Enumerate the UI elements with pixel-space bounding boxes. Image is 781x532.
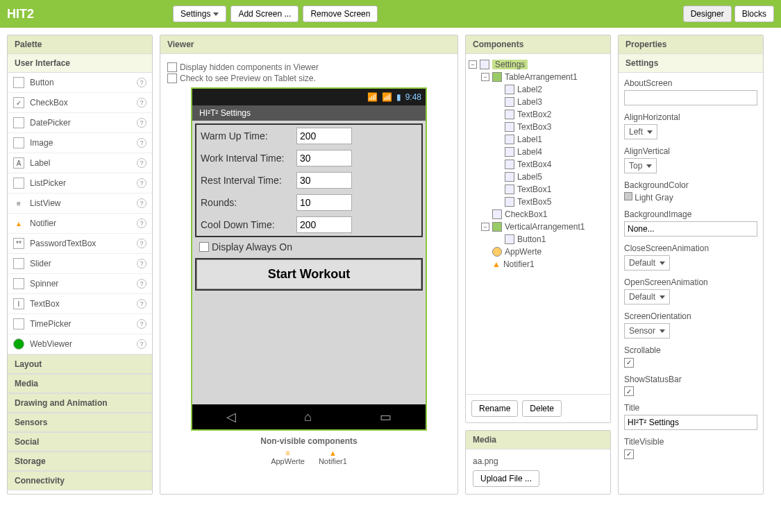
settings-dropdown[interactable]: Settings [173,6,226,22]
palette-item[interactable]: ListPicker? [8,173,152,194]
palette-item[interactable]: ALabel? [8,153,152,173]
palette-category[interactable]: Media [8,374,152,393]
palette-category[interactable]: Storage [8,452,152,471]
collapse-icon[interactable]: − [481,223,489,231]
palette-category[interactable]: Connectivity [8,471,152,490]
help-icon[interactable]: ? [137,339,146,349]
palette-item[interactable]: ▲Notifier? [8,214,152,234]
bgcolor-select[interactable]: Light Gray [624,192,757,203]
tree-node[interactable]: Label2 [469,83,607,96]
palette-item[interactable]: TimePicker? [8,314,152,334]
add-screen-button[interactable]: Add Screen ... [230,6,299,22]
tablet-preview-check[interactable]: Check to see Preview on Tablet size. [167,74,451,83]
tree-node[interactable]: TextBox4 [469,158,607,171]
recent-icon[interactable]: ▭ [380,409,392,424]
orientation-select[interactable]: Sensor [624,323,670,338]
openanim-select[interactable]: Default [624,289,670,304]
scrollable-check[interactable]: ✓ [624,358,634,368]
home-icon[interactable]: ⌂ [304,410,312,424]
tree-node[interactable]: TextBox1 [469,183,607,196]
clock: 9:48 [405,92,421,102]
palette-item[interactable]: ≡ListView? [8,194,152,214]
palette-item[interactable]: WebViewer? [8,334,152,354]
tree-node[interactable]: Button1 [469,233,607,246]
tree-node[interactable]: TextBox5 [469,196,607,208]
palette-item[interactable]: Image? [8,133,152,153]
alignvertical-select[interactable]: Top [624,158,657,173]
rounds-input[interactable] [296,194,352,211]
closeanim-select[interactable]: Default [624,255,670,271]
table-icon [492,72,502,82]
aboutscreen-input[interactable] [624,90,757,105]
collapse-icon[interactable]: − [481,73,489,81]
tree-node[interactable]: Label4 [469,146,607,158]
collapse-icon[interactable]: − [469,60,477,69]
palette-active-category[interactable]: User Interface [8,54,152,73]
help-icon[interactable]: ? [137,98,146,108]
help-icon[interactable]: ? [137,198,146,208]
help-icon[interactable]: ? [137,218,146,228]
start-workout-button[interactable]: Start Workout [196,259,421,289]
tree-node[interactable]: CheckBox1 [469,208,607,221]
help-icon[interactable]: ? [137,78,146,87]
help-icon[interactable]: ? [137,158,146,168]
remove-screen-button[interactable]: Remove Screen [303,6,378,22]
help-icon[interactable]: ? [137,279,146,289]
cooldown-input[interactable] [296,216,352,233]
tree-node[interactable]: Label1 [469,133,607,146]
palette-item[interactable]: **PasswordTextBox? [8,234,152,254]
title-input[interactable] [624,415,757,430]
palette-item[interactable]: ✓CheckBox? [8,93,152,113]
palette-category[interactable]: Social [8,432,152,452]
help-icon[interactable]: ? [137,178,146,188]
warmup-input[interactable] [296,128,352,144]
textbox-icon [505,197,514,207]
media-panel: Media aa.png Upload File ... [465,430,611,495]
palette-category[interactable]: Layout [8,354,152,374]
table-arrangement[interactable]: Warm Up Time: Work Interval Time: Rest I… [195,123,423,237]
nonvisible-item[interactable]: ▲Notifier1 [319,449,347,465]
work-input[interactable] [296,150,352,166]
alignhorizontal-select[interactable]: Left [624,124,657,139]
tree-node[interactable]: Label5 [469,171,607,183]
help-icon[interactable]: ? [137,239,146,248]
help-icon[interactable]: ? [137,118,146,128]
tree-node-root[interactable]: −Settings [469,58,607,71]
blocks-tab[interactable]: Blocks [734,6,774,22]
tree-node[interactable]: TextBox2 [469,108,607,121]
tree-node[interactable]: AppWerte [469,246,607,258]
hidden-components-check[interactable]: Display hidden components in Viewer [167,62,451,72]
palette-item[interactable]: Spinner? [8,274,152,294]
palette-category[interactable]: Sensors [8,413,152,432]
palette-item[interactable]: DatePicker? [8,113,152,133]
palette-category[interactable]: Drawing and Animation [8,393,152,413]
display-always-check[interactable]: Display Always On [195,237,423,257]
vertical-arrangement[interactable]: Start Workout [195,258,423,291]
tree-node[interactable]: TextBox3 [469,121,607,133]
rename-button[interactable]: Rename [471,400,518,417]
help-icon[interactable]: ? [137,319,146,329]
upload-file-button[interactable]: Upload File ... [473,470,539,487]
help-icon[interactable]: ? [137,299,146,309]
back-icon[interactable]: ◁ [226,409,236,424]
titlevisible-check[interactable]: ✓ [624,449,634,459]
table-row: Work Interval Time: [196,147,421,169]
help-icon[interactable]: ? [137,138,146,148]
bgimage-input[interactable] [624,221,757,237]
palette-item[interactable]: Slider? [8,254,152,274]
help-icon[interactable]: ? [137,259,146,268]
nonvisible-item[interactable]: ≡AppWerte [271,449,305,465]
rest-input[interactable] [296,172,352,189]
tree-node[interactable]: −TableArrangement1 [469,71,607,83]
tree-node[interactable]: −VerticalArrangement1 [469,221,607,233]
tree-node[interactable]: ▲Notifier1 [469,258,607,271]
delete-button[interactable]: Delete [522,400,562,417]
designer-tab[interactable]: Designer [683,6,732,22]
screen-icon [480,60,489,69]
media-file[interactable]: aa.png [473,456,603,466]
palette-item[interactable]: ITextBox? [8,294,152,314]
tree-node[interactable]: Label3 [469,96,607,108]
palette-item[interactable]: Button? [8,73,152,93]
db-icon: ≡ [285,449,289,457]
statusbar-check[interactable]: ✓ [624,386,634,396]
